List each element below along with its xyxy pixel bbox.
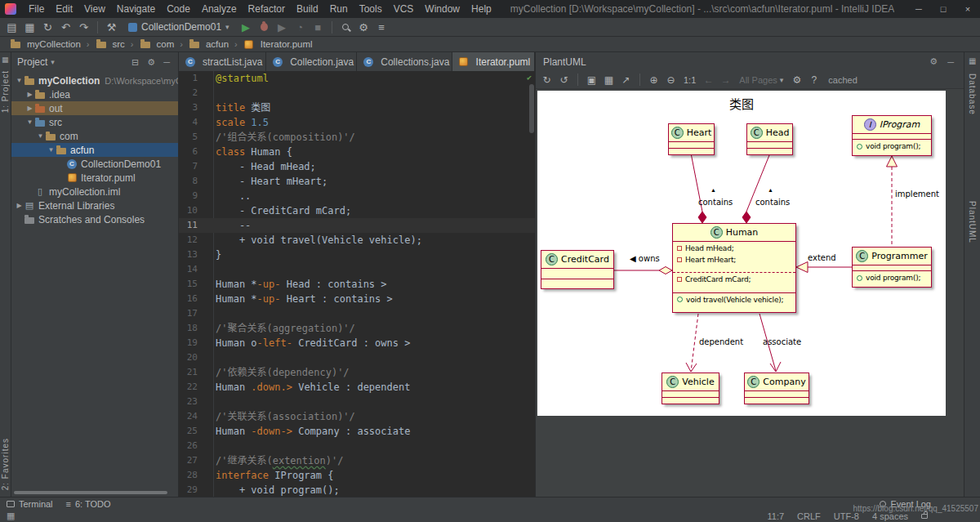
- tree-item-collectiondemo01[interactable]: CCollectionDemo01: [11, 157, 178, 171]
- code-line: 12 + void travel(Vehicle vehicle);: [179, 233, 535, 248]
- tree-item-mycollection-iml[interactable]: ▯myCollection.iml: [11, 185, 178, 199]
- hide-panel-icon[interactable]: ─: [945, 57, 956, 67]
- run-configuration-select[interactable]: CollectionDemo01 ▾: [123, 20, 234, 33]
- code-editor[interactable]: 1@startuml23title 类图4scale 1.55/'组合关系(co…: [179, 71, 535, 497]
- sync-icon[interactable]: ↻: [39, 19, 56, 36]
- profiler-button[interactable]: ◔: [292, 19, 309, 36]
- save-diagram-icon[interactable]: ▦: [601, 72, 617, 88]
- export-diagram-icon[interactable]: ↗: [618, 72, 634, 88]
- code-text: title 类图: [206, 100, 270, 115]
- tree-expanded-icon[interactable]: ▼: [15, 77, 24, 84]
- redo-icon[interactable]: ↷: [75, 19, 92, 36]
- build-hammer-icon[interactable]: ⚒: [103, 19, 120, 36]
- breadcrumb-item-com[interactable]: com: [138, 39, 176, 50]
- tree-item-external-libraries[interactable]: ▶▤External Libraries: [11, 199, 178, 212]
- tool-button-todo[interactable]: ≡ 6: TODO: [66, 499, 111, 509]
- code-text: /'聚合关系(aggregation)'/: [206, 321, 355, 336]
- editor-scrollbar[interactable]: [529, 84, 534, 133]
- actual-size-button[interactable]: 1:1: [680, 75, 699, 85]
- menu-help[interactable]: Help: [466, 2, 497, 16]
- tab-collection-java[interactable]: CCollection.java×: [266, 52, 357, 71]
- wrench-icon[interactable]: ⚙: [789, 72, 804, 88]
- menu-navigate[interactable]: Navigate: [111, 2, 161, 16]
- tree-collapsed-icon[interactable]: ▶: [25, 91, 34, 98]
- zoom-out-icon[interactable]: ⊖: [663, 72, 679, 88]
- breadcrumb-item-iterator-puml[interactable]: Iterator.puml: [242, 39, 314, 50]
- tool-windows-grid-icon[interactable]: ▦: [2, 56, 9, 64]
- line-separator[interactable]: CRLF: [797, 511, 821, 521]
- caret-position[interactable]: 11:7: [767, 511, 784, 521]
- open-icon[interactable]: ▤: [3, 19, 20, 36]
- folder-icon: [34, 89, 46, 100]
- stop-button[interactable]: ■: [310, 19, 327, 36]
- tree-item-src[interactable]: ▼src: [11, 115, 178, 129]
- settings-button[interactable]: ⚙: [355, 19, 372, 36]
- tab-stractlist-java[interactable]: CstractList.java×: [179, 52, 266, 71]
- prev-page-icon[interactable]: ←: [701, 72, 716, 88]
- run-with-coverage-button[interactable]: ▶: [274, 19, 291, 36]
- refresh-icon[interactable]: ↻: [539, 72, 555, 88]
- tree-item-idea[interactable]: ▶.idea: [11, 87, 178, 101]
- tool-button-terminal[interactable]: Terminal: [7, 499, 53, 509]
- tree-item-mycollection[interactable]: ▼myCollectionD:\Workspace\myColle: [11, 74, 178, 87]
- copy-diagram-icon[interactable]: ▣: [584, 72, 599, 88]
- uml-compartment: [747, 141, 792, 148]
- breadcrumb-item-acfun[interactable]: acfun: [187, 39, 230, 50]
- save-all-icon[interactable]: ▦: [21, 19, 38, 36]
- tree-expanded-icon[interactable]: ▼: [47, 146, 56, 154]
- tool-button-database[interactable]: Database: [968, 74, 977, 115]
- gear-icon[interactable]: ⚙: [927, 56, 940, 67]
- breadcrumb-item-src[interactable]: src: [94, 39, 127, 50]
- menu-window[interactable]: Window: [419, 2, 466, 16]
- tree-item-iterator-puml[interactable]: Iterator.puml: [11, 171, 178, 185]
- reload-icon[interactable]: ↺: [556, 72, 572, 88]
- tool-button-favorites[interactable]: 2: Favorites: [1, 438, 10, 490]
- tree-collapsed-icon[interactable]: ▶: [25, 105, 34, 112]
- readonly-lock-icon[interactable]: [921, 514, 928, 519]
- tab-iterator-puml[interactable]: Iterator.puml×: [452, 52, 535, 71]
- collapse-all-icon[interactable]: ⊟: [129, 57, 141, 68]
- menu-file[interactable]: File: [23, 2, 50, 16]
- menu-view[interactable]: View: [78, 2, 111, 16]
- horizontal-scrollbar[interactable]: [14, 491, 167, 494]
- menu-code[interactable]: Code: [161, 2, 196, 16]
- tree-collapsed-icon[interactable]: ▶: [15, 202, 24, 209]
- project-panel-title[interactable]: Project: [17, 56, 47, 68]
- menu-vcs[interactable]: VCS: [388, 2, 420, 16]
- next-page-icon[interactable]: →: [718, 72, 733, 88]
- tool-button-plantuml[interactable]: PlantUML: [968, 201, 977, 243]
- tree-expanded-icon[interactable]: ▼: [36, 132, 45, 140]
- tree-item-scratches-and-consoles[interactable]: Scratches and Consoles: [11, 212, 178, 226]
- menu-analyze[interactable]: Analyze: [196, 2, 243, 16]
- run-button[interactable]: ▶: [238, 19, 255, 36]
- close-button[interactable]: ×: [956, 0, 980, 18]
- tree-item-out[interactable]: ▶out: [11, 101, 178, 115]
- tool-windows-grid-icon[interactable]: ▦: [7, 511, 15, 521]
- pages-select[interactable]: All Pages ▾: [735, 75, 787, 85]
- menu-run[interactable]: Run: [324, 2, 354, 16]
- maximize-button[interactable]: □: [931, 0, 956, 18]
- tool-button-project[interactable]: 1: Project: [1, 70, 10, 113]
- tree-label: External Libraries: [38, 200, 114, 212]
- zoom-in-icon[interactable]: ⊕: [646, 72, 662, 88]
- tree-item-com[interactable]: ▼com: [11, 129, 178, 143]
- search-everywhere-button[interactable]: [337, 19, 354, 36]
- undo-icon[interactable]: ↶: [57, 19, 74, 36]
- menu-edit[interactable]: Edit: [50, 2, 78, 16]
- tab-collections-java[interactable]: CCollections.java×: [357, 52, 452, 71]
- tree-expanded-icon[interactable]: ▼: [25, 118, 34, 126]
- menu-icon[interactable]: ≡: [373, 19, 390, 36]
- menu-build[interactable]: Build: [291, 2, 324, 16]
- debug-button[interactable]: [256, 19, 273, 36]
- help-icon[interactable]: ?: [806, 72, 822, 88]
- menu-tools[interactable]: Tools: [354, 2, 388, 16]
- maven-icon[interactable]: ▦: [969, 56, 976, 65]
- minimize-button[interactable]: ─: [906, 0, 931, 18]
- gear-icon[interactable]: ⚙: [145, 57, 158, 68]
- tree-item-acfun[interactable]: ▼acfun: [11, 143, 178, 157]
- toolbar-separator: [639, 74, 640, 86]
- chevron-down-icon[interactable]: ▾: [51, 58, 55, 66]
- menu-refactor[interactable]: Refactor: [243, 2, 291, 16]
- hide-panel-icon[interactable]: ─: [161, 57, 172, 67]
- breadcrumb-item-mycollection[interactable]: myCollection: [8, 39, 82, 50]
